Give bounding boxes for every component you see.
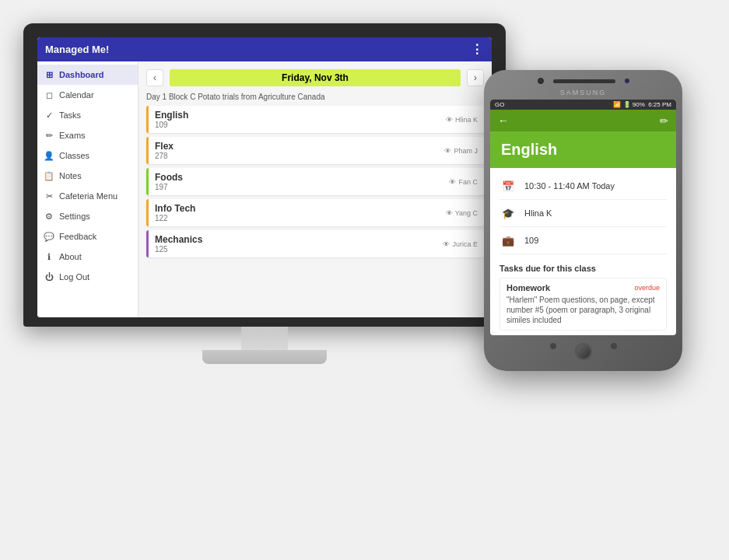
class-teacher-infotech: 👁 Yang C: [446, 209, 478, 217]
sidebar-item-about[interactable]: ℹ About: [37, 247, 138, 267]
samsung-logo: SAMSUNG: [490, 89, 676, 96]
phone-back-btn[interactable]: [550, 343, 556, 349]
app-body: ⊞ Dashboard ◻ Calendar ✓ Tasks ✏ Exams: [37, 61, 492, 317]
sidebar-item-tasks[interactable]: ✓ Tasks: [37, 105, 138, 125]
logout-icon: ⏻: [44, 271, 54, 282]
class-room-infotech: 122: [155, 214, 446, 222]
status-bar-left: GO: [495, 101, 504, 108]
imac-bezel: Managed Me! ⋮ ⊞ Dashboard ◻ Calendar: [23, 23, 506, 327]
sidebar-item-notes[interactable]: 📋 Notes: [37, 166, 138, 186]
next-date-button[interactable]: ›: [467, 69, 484, 86]
day-info: Day 1 Block C Potato trials from Agricul…: [146, 93, 484, 101]
class-name-mechanics: Mechanics: [155, 234, 443, 245]
dashboard-icon: ⊞: [44, 69, 54, 80]
task-status-overdue: overdue: [634, 284, 660, 292]
task-card-homework[interactable]: Homework overdue "Harlem" Poem questions…: [499, 278, 667, 331]
phone-room: 109: [524, 236, 538, 245]
class-teacher-flex: 👁 Pham J: [444, 147, 478, 155]
classes-icon: 👤: [44, 150, 54, 161]
sidebar-item-exams[interactable]: ✏ Exams: [37, 125, 138, 145]
phone-time-row: 📅 10:30 - 11:40 AM Today: [499, 173, 667, 200]
task-name: Homework: [506, 283, 550, 292]
sidebar-item-feedback[interactable]: 💬 Feedback: [37, 226, 138, 247]
teacher-icon-foods: 👁: [449, 178, 456, 186]
phone-shell: SAMSUNG GO 📶 🔋 90% 6:25 PM ← ✏ English 📅: [484, 70, 682, 371]
settings-icon: ⚙: [44, 211, 54, 222]
phone-speaker: [553, 79, 615, 83]
prev-date-button[interactable]: ‹: [146, 69, 163, 86]
phone-teacher: Hlina K: [524, 208, 552, 218]
tasks-icon: ✓: [44, 110, 54, 121]
sidebar-label-cafeteria: Cafeteria Menu: [59, 191, 117, 201]
sidebar-label-classes: Classes: [59, 151, 89, 160]
feedback-icon: 💬: [44, 231, 54, 242]
sidebar-item-cafeteria[interactable]: ✂ Cafeteria Menu: [37, 186, 138, 206]
class-card-foods[interactable]: Foods 197 👁 Fan C: [146, 168, 484, 195]
about-icon: ℹ: [44, 251, 54, 262]
sidebar-label-notes: Notes: [59, 171, 82, 180]
notes-icon: 📋: [44, 170, 54, 181]
teacher-icon-flex: 👁: [444, 147, 451, 155]
class-card-english[interactable]: English 109 👁 Hlina K: [146, 106, 484, 133]
class-room-flex: 278: [155, 152, 444, 160]
phone-class-header: English: [490, 131, 676, 168]
class-name-flex: Flex: [155, 141, 444, 152]
task-description: "Harlem" Poem questions, on page, except…: [506, 295, 660, 325]
teacher-icon-english: 👁: [446, 116, 453, 124]
sidebar-item-logout[interactable]: ⏻ Log Out: [37, 267, 138, 287]
class-card-infotech[interactable]: Info Tech 122 👁 Yang C: [146, 199, 484, 226]
sidebar-label-exams: Exams: [59, 131, 86, 140]
phone-app-bar: ← ✏: [490, 110, 676, 131]
sidebar-label-calendar: Calendar: [59, 90, 94, 100]
class-name-infotech: Info Tech: [155, 203, 446, 214]
sidebar-label-about: About: [59, 252, 82, 261]
class-room-foods: 197: [155, 183, 449, 191]
app-header: Managed Me! ⋮: [37, 37, 492, 61]
imac-device: Managed Me! ⋮ ⊞ Dashboard ◻ Calendar: [23, 23, 506, 364]
sidebar-label-tasks: Tasks: [59, 110, 81, 120]
imac-stand-neck: [241, 327, 288, 350]
task-top: Homework overdue: [506, 283, 660, 292]
phone-home-btn[interactable]: [575, 343, 592, 360]
cafeteria-icon: ✂: [44, 191, 54, 201]
class-teacher-mechanics: 👁 Jurica E: [443, 240, 478, 248]
calendar-icon: ◻: [44, 89, 54, 100]
class-name-english: English: [155, 110, 446, 121]
teacher-icon: 🎓: [499, 205, 517, 222]
sidebar: ⊞ Dashboard ◻ Calendar ✓ Tasks ✏ Exams: [37, 61, 138, 317]
date-navigation: ‹ Friday, Nov 3th ›: [146, 69, 484, 86]
sidebar-label-dashboard: Dashboard: [59, 70, 103, 79]
class-room-english: 109: [155, 121, 446, 129]
class-teacher-foods: 👁 Fan C: [449, 178, 478, 186]
room-icon: 💼: [499, 232, 517, 249]
edit-button[interactable]: ✏: [660, 115, 668, 127]
menu-dots-icon[interactable]: ⋮: [471, 42, 484, 57]
teacher-icon-mechanics: 👁: [443, 240, 450, 248]
sidebar-label-feedback: Feedback: [59, 232, 96, 241]
phone-top-bar: [490, 78, 676, 84]
sidebar-item-classes[interactable]: 👤 Classes: [37, 145, 138, 166]
phone-time: 10:30 - 11:40 AM Today: [524, 181, 615, 191]
class-card-mechanics[interactable]: Mechanics 125 👁 Jurica E: [146, 230, 484, 257]
app-title: Managed Me!: [45, 44, 109, 55]
phone-class-name: English: [501, 141, 557, 158]
back-button[interactable]: ←: [498, 114, 509, 127]
sidebar-item-settings[interactable]: ⚙ Settings: [37, 206, 138, 226]
phone-recent-btn[interactable]: [611, 343, 617, 349]
current-date: Friday, Nov 3th: [170, 69, 461, 86]
class-card-flex[interactable]: Flex 278 👁 Pham J: [146, 137, 484, 164]
phone-teacher-row: 🎓 Hlina K: [499, 200, 667, 227]
sidebar-item-dashboard[interactable]: ⊞ Dashboard: [37, 65, 138, 85]
phone-room-row: 💼 109: [499, 227, 667, 254]
class-teacher-english: 👁 Hlina K: [446, 116, 478, 124]
main-content: ‹ Friday, Nov 3th › Day 1 Block C Potato…: [138, 61, 492, 317]
phone-bottom-bar: [490, 340, 676, 363]
sidebar-label-settings: Settings: [59, 212, 90, 221]
phone-screen: GO 📶 🔋 90% 6:25 PM ← ✏ English 📅 10:30 -…: [490, 100, 676, 335]
tasks-title: Tasks due for this class: [499, 264, 667, 273]
sidebar-item-calendar[interactable]: ◻ Calendar: [37, 85, 138, 105]
status-bar-right: 📶 🔋 90% 6:25 PM: [613, 101, 671, 108]
class-name-foods: Foods: [155, 172, 449, 183]
phone-sensor: [625, 79, 629, 83]
clock-icon: 📅: [499, 177, 517, 194]
